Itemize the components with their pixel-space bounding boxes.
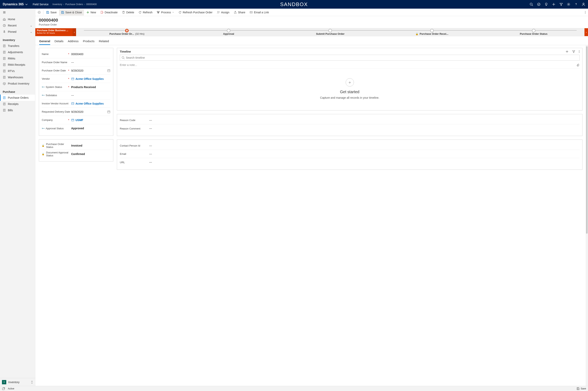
bpf-stage[interactable]: 🔒Purchase Order Recei... — [381, 28, 483, 35]
field-vendor[interactable]: Vendor* Acme Office Supplies — [42, 75, 110, 83]
refresh-po-button[interactable]: Refresh Purchase Order — [176, 9, 215, 15]
svg-rect-28 — [108, 111, 110, 113]
field-email[interactable]: Email --- — [120, 150, 580, 158]
help-icon[interactable] — [574, 2, 578, 6]
bpf-stage[interactable]: Purchase Order Dr... (32 Hrs) — [76, 28, 178, 35]
nav-home[interactable]: Home — [0, 16, 35, 22]
timeline-search-input[interactable] — [126, 56, 578, 59]
deactivate-button[interactable]: Deactivate — [98, 9, 120, 15]
new-button[interactable]: New — [84, 9, 98, 15]
calendar-icon[interactable] — [107, 110, 110, 113]
nav-label: Bills — [8, 109, 13, 112]
refresh-button[interactable]: Refresh — [137, 9, 154, 15]
save-close-button[interactable]: Save & Close — [59, 9, 84, 15]
email-link-button[interactable]: Email a Link — [248, 9, 271, 15]
timeline-filter-button[interactable] — [572, 50, 575, 53]
key-icon: 🔧 — [41, 126, 45, 130]
field-approval-status[interactable]: 🔧Approval Status Approved — [42, 124, 110, 132]
command-overflow-button[interactable] — [583, 9, 587, 15]
bpf-stage[interactable]: Submit Purchase Order — [279, 28, 381, 35]
timeline-more-button[interactable] — [579, 50, 580, 53]
nav-pinned[interactable]: Pinned ⌄ — [0, 29, 35, 35]
tab-address[interactable]: Address — [68, 38, 79, 45]
nav-purchase-orders[interactable]: Purchase Orders — [0, 95, 35, 101]
cmd-label: Assign — [221, 11, 229, 14]
field-po-date[interactable]: Purchase Order Date* 9/29/2020 — [42, 67, 110, 75]
filter-icon[interactable] — [559, 2, 563, 6]
breadcrumb-item[interactable]: Purchase Orders — [65, 3, 83, 6]
tab-related[interactable]: Related — [99, 38, 109, 45]
plus-icon[interactable] — [552, 2, 555, 6]
field-requested-delivery[interactable]: Requested Delivery Date 9/29/2020 — [42, 108, 110, 116]
nav-recent[interactable]: Recent ⌄ — [0, 22, 35, 29]
scrollbar-thumb[interactable] — [586, 46, 588, 234]
app-switcher[interactable]: Dynamics 365 — [3, 2, 28, 6]
hamburger-button[interactable] — [0, 9, 35, 16]
calendar-icon[interactable] — [107, 69, 110, 72]
go-back-button[interactable] — [36, 9, 42, 15]
task-icon[interactable] — [537, 2, 541, 6]
user-icon[interactable] — [582, 2, 585, 6]
save-button[interactable]: Save — [44, 9, 59, 15]
main-fields-card: Name* 00000400 Purchase Order Name --- P… — [39, 48, 113, 136]
svg-point-33 — [122, 57, 124, 58]
attachment-icon[interactable] — [577, 63, 580, 67]
svg-point-20 — [218, 11, 219, 12]
nav-rmas[interactable]: RMAs — [0, 55, 35, 62]
bpf-stage[interactable]: Purchase Order Status — [483, 28, 585, 35]
footer-save-button[interactable]: Save — [581, 387, 586, 390]
timeline-get-started-icon[interactable]: ＋ — [346, 78, 354, 87]
timeline-search[interactable] — [120, 55, 580, 61]
field-invoice-vendor[interactable]: Invoice Vendor Account Acme Office Suppl… — [42, 99, 110, 108]
field-substatus[interactable]: 🔧Substatus --- — [42, 91, 110, 99]
field-reason-comment[interactable]: Reason Comment --- — [120, 124, 580, 133]
bpf-next-button[interactable]: › — [585, 28, 588, 36]
share-button[interactable]: Share — [232, 9, 247, 15]
timeline-title: Timeline — [120, 50, 131, 53]
gear-icon[interactable] — [567, 2, 570, 6]
refresh-icon — [178, 11, 182, 14]
vertical-scrollbar[interactable] — [586, 45, 588, 386]
deactivate-icon — [100, 11, 103, 14]
nav-rma-receipts[interactable]: RMA Receipts — [0, 62, 35, 68]
svg-rect-29 — [72, 119, 74, 121]
timeline-note-input[interactable]: Enter a note... — [120, 61, 580, 69]
field-name[interactable]: Name* 00000400 — [42, 50, 110, 58]
process-button[interactable]: Process — [155, 9, 176, 15]
tab-details[interactable]: Details — [55, 38, 64, 45]
nav-adjustments[interactable]: Adjustments — [0, 49, 35, 55]
search-icon[interactable] — [529, 2, 533, 6]
nav-product-inventory[interactable]: Product Inventory — [0, 81, 35, 87]
field-reason-code[interactable]: Reason Code --- — [120, 116, 580, 124]
field-url[interactable]: URL --- — [120, 158, 580, 166]
field-po-name[interactable]: Purchase Order Name --- — [42, 58, 110, 67]
nav-rtvs[interactable]: RTVs — [0, 68, 35, 74]
nav-label: Product Inventory — [8, 82, 29, 85]
popout-button[interactable] — [2, 387, 5, 390]
bpf-name[interactable]: Purchase Order Business ... Active for 3… — [35, 28, 73, 36]
field-po-status[interactable]: 🔒Purchase Order Status Invoiced — [42, 141, 110, 150]
field-system-status[interactable]: 🔧System Status* Products Received — [42, 83, 110, 91]
nav-transfers[interactable]: Transfers — [0, 43, 35, 49]
field-contact-person[interactable]: Contact Person Id --- — [120, 142, 580, 150]
breadcrumb-item[interactable]: Inventory — [53, 3, 62, 6]
svg-point-32 — [579, 52, 580, 53]
field-doc-approval-status[interactable]: 🔒Document Approval Status Confirmed — [42, 150, 110, 158]
area-switcher[interactable]: I Inventory — [0, 378, 35, 386]
module-name[interactable]: Field Service — [33, 3, 49, 6]
tab-general[interactable]: General — [39, 38, 50, 45]
nav-warehouses[interactable]: Warehouses — [0, 74, 35, 81]
field-company[interactable]: Company* USMF — [42, 116, 110, 124]
breadcrumb-item[interactable]: 00000400 — [86, 3, 97, 6]
document-icon — [3, 51, 6, 54]
timeline-add-button[interactable] — [566, 50, 569, 53]
delete-button[interactable]: Delete — [120, 9, 136, 15]
bpf-stage[interactable]: Approval — [178, 28, 280, 35]
nav-bills[interactable]: Bills — [0, 107, 35, 113]
nav-receipts[interactable]: Receipts — [0, 101, 35, 107]
tab-products[interactable]: Products — [83, 38, 94, 45]
bpf-prev-button[interactable]: ‹ — [73, 28, 76, 36]
lightbulb-icon[interactable] — [544, 2, 548, 6]
assign-button[interactable]: Assign — [215, 9, 231, 15]
save-icon — [577, 387, 580, 390]
